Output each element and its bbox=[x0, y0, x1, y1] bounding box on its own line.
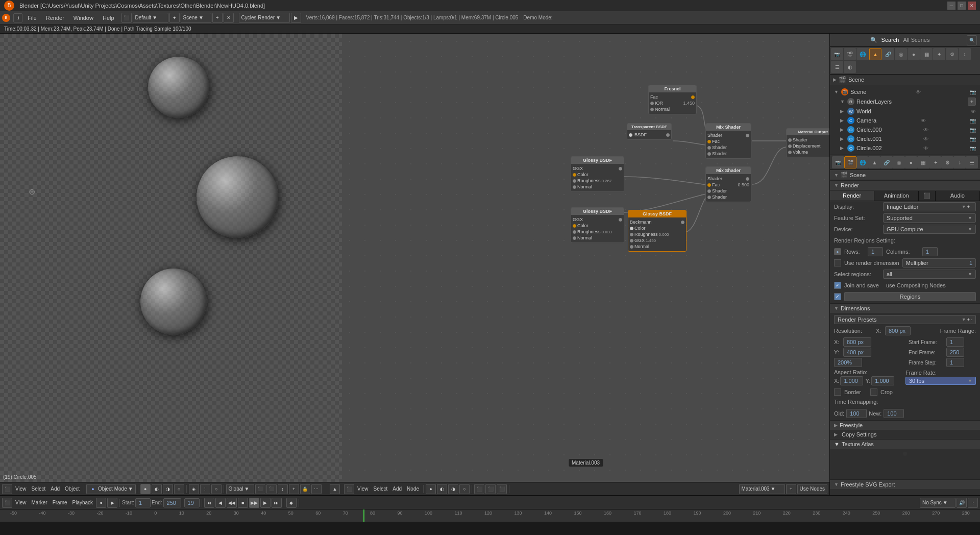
tree-world[interactable]: ▶ W World 👁 bbox=[832, 107, 978, 116]
workspace-icon[interactable]: ⬛ bbox=[121, 13, 132, 23]
tree-circle-001[interactable]: ▶ O Circle.001 👁 📷 bbox=[832, 134, 978, 143]
mo-shader-dot[interactable] bbox=[788, 138, 792, 142]
snap-timeline-icon[interactable]: ⋮ bbox=[968, 498, 978, 508]
res-percent-field[interactable]: 200% bbox=[834, 358, 862, 367]
regions-button[interactable]: Regions bbox=[844, 292, 976, 301]
border-checkbox[interactable] bbox=[834, 388, 841, 396]
scene-dropdown[interactable]: Scene ▼ bbox=[181, 13, 211, 23]
add-menu-right[interactable]: Add bbox=[390, 486, 404, 492]
fresnel-fac-dot[interactable] bbox=[691, 95, 695, 99]
jump-start-icon[interactable]: ⏮ bbox=[204, 498, 214, 508]
node-canvas[interactable]: Fresnel Fac IOR 1.450 Normal bbox=[342, 34, 829, 482]
pivot-icon[interactable]: ◈ bbox=[189, 484, 199, 494]
view-item[interactable]: 🔍 bbox=[870, 37, 877, 43]
node-shade-2[interactable]: ◐ bbox=[437, 484, 447, 494]
res-y-input[interactable]: 400 px bbox=[843, 348, 871, 357]
add-menu-left[interactable]: Add bbox=[48, 486, 62, 492]
pi-scene[interactable]: 🎬 bbox=[844, 156, 856, 168]
node-shade-4[interactable]: ○ bbox=[459, 484, 470, 494]
pi-physics[interactable]: ⚙ bbox=[941, 156, 953, 168]
c001-eye[interactable]: 👁 bbox=[923, 136, 928, 142]
viewport-shade-2[interactable]: ◐ bbox=[152, 484, 162, 494]
tl-end-field[interactable]: 250 bbox=[163, 498, 181, 507]
freestyle-section-header[interactable]: ▶ Freestyle bbox=[830, 420, 980, 430]
keyframe-icon[interactable]: ◆ bbox=[286, 498, 297, 508]
g2-color-dot[interactable] bbox=[573, 224, 576, 228]
snap-icon[interactable]: ⋮ bbox=[200, 484, 210, 494]
regions-checkbox[interactable]: ✓ bbox=[834, 293, 841, 300]
new-value-field[interactable]: 100 bbox=[884, 409, 904, 418]
g1-norm-dot[interactable] bbox=[573, 185, 576, 189]
playback-menu[interactable]: Playback bbox=[70, 500, 95, 505]
play-forward-icon[interactable]: ▶▶ bbox=[249, 498, 259, 508]
res-x-input[interactable]: 800 px bbox=[843, 337, 871, 347]
fresnel-node[interactable]: Fresnel Fac IOR 1.450 Normal bbox=[648, 85, 697, 114]
material-output-node[interactable]: Material Output Shader Displacement Volu… bbox=[786, 128, 829, 157]
physics-prop-icon[interactable]: ⚙ bbox=[946, 48, 958, 60]
rp-plus[interactable]: + bbox=[967, 317, 970, 322]
pi-material[interactable]: ● bbox=[905, 156, 917, 168]
g2-out[interactable] bbox=[619, 218, 622, 222]
proportional-icon[interactable]: ○ bbox=[211, 484, 222, 494]
scene-icon[interactable]: ✦ bbox=[169, 13, 180, 23]
tl-start-field[interactable]: 1 bbox=[135, 498, 151, 507]
mix2-out-dot[interactable] bbox=[746, 177, 749, 181]
current-frame-field[interactable]: 19 bbox=[184, 498, 200, 507]
display-minus-icon[interactable]: - bbox=[971, 204, 972, 209]
tab-audio[interactable]: Audio bbox=[936, 191, 980, 201]
join-save-checkbox[interactable]: ✓ bbox=[834, 282, 841, 289]
object-prop-icon[interactable]: ▲ bbox=[869, 48, 881, 60]
tree-scene[interactable]: ▼ 🎬 Scene 👁 📷 bbox=[832, 87, 978, 96]
camera-eye[interactable]: 👁 bbox=[921, 118, 926, 124]
data-prop-icon[interactable]: ◎ bbox=[895, 48, 907, 60]
columns-value[interactable]: 1 bbox=[922, 247, 938, 256]
render-prop-icon[interactable]: 📷 bbox=[831, 48, 843, 60]
mix-shader-2-node[interactable]: Mix Shader Shader Fac 0.500 Shader bbox=[705, 166, 751, 202]
display-plus-icon[interactable]: + bbox=[967, 204, 970, 209]
old-value-field[interactable]: 100 bbox=[846, 409, 867, 418]
multiplier-dropdown[interactable]: Multiplier 1 bbox=[902, 258, 976, 268]
node-icon-3[interactable]: ⬛ bbox=[497, 484, 507, 494]
tree-circle-000[interactable]: ▶ O Circle.000 👁 📷 bbox=[832, 125, 978, 134]
c002-eye[interactable]: 👁 bbox=[923, 145, 928, 151]
pi-render[interactable]: 📷 bbox=[832, 156, 844, 168]
display-dropdown[interactable]: Image Editor ▼ + - bbox=[883, 202, 976, 211]
mix1-s2-dot[interactable] bbox=[707, 152, 711, 156]
object-mode-dropdown[interactable]: ● Object Mode ▼ bbox=[86, 484, 136, 494]
tree-renderlayers[interactable]: ▼ R RenderLayers + bbox=[832, 96, 978, 107]
mix1-out-dot[interactable] bbox=[746, 134, 749, 137]
g2-rough-dot[interactable] bbox=[573, 230, 576, 234]
world-eye[interactable]: 👁 bbox=[971, 109, 976, 114]
timeline-type-icon[interactable]: ⬛ bbox=[2, 498, 12, 508]
viewport-type-icon[interactable]: ⬛ bbox=[2, 484, 12, 494]
select-menu-left[interactable]: Select bbox=[30, 486, 48, 492]
audio-icon[interactable]: 🔊 bbox=[957, 498, 967, 508]
scene-btn-icon[interactable]: + bbox=[212, 13, 223, 23]
transparent-color[interactable] bbox=[629, 133, 632, 137]
play-reverse-icon[interactable]: ◀◀ bbox=[227, 498, 237, 508]
aspect-x-field[interactable]: 1.000 bbox=[840, 376, 863, 385]
g2-norm-dot[interactable] bbox=[573, 236, 576, 240]
timeline-ruler[interactable]: -50 -40 -30 -20 -10 0 10 20 30 40 50 60 … bbox=[0, 509, 980, 522]
c000-eye[interactable]: 👁 bbox=[923, 127, 928, 133]
maximize-button[interactable]: □ bbox=[958, 2, 966, 10]
c002-cam[interactable]: 📷 bbox=[970, 145, 976, 151]
glossy-2-node[interactable]: Glossy BSDF GGX Color Roughness 0.033 bbox=[571, 207, 624, 243]
end-frame-field[interactable]: 250 bbox=[946, 348, 964, 357]
g3-norm-dot[interactable] bbox=[630, 245, 633, 249]
pi-object[interactable]: ▲ bbox=[868, 156, 880, 168]
minimize-button[interactable]: ─ bbox=[947, 2, 955, 10]
render-viewport[interactable]: ⊕ (19) Circle.005 bbox=[0, 34, 342, 482]
feature-set-dropdown[interactable]: Supported ▼ bbox=[883, 213, 976, 223]
glossy-1-node[interactable]: Glossy BSDF GGX Color Roughness 0.267 bbox=[571, 156, 624, 192]
lock-icon[interactable]: 🔒 bbox=[300, 484, 310, 494]
view-menu-timeline[interactable]: View bbox=[13, 500, 29, 505]
glossy-3-node[interactable]: Glossy BSDF Beckmann Color Roughness 0.0… bbox=[628, 210, 687, 252]
play-icon[interactable]: ▶ bbox=[107, 498, 117, 508]
transparent-node[interactable]: Transparent BSDF BSDF bbox=[627, 123, 672, 140]
marker-menu[interactable]: Marker bbox=[30, 500, 50, 505]
all-scenes-item[interactable]: All Scenes bbox=[903, 37, 929, 43]
more-icon[interactable]: ⋯ bbox=[311, 484, 322, 494]
texture-atlas-header[interactable]: ▼ Texture Atlas bbox=[830, 439, 980, 449]
material-prop-icon[interactable]: ● bbox=[908, 48, 920, 60]
